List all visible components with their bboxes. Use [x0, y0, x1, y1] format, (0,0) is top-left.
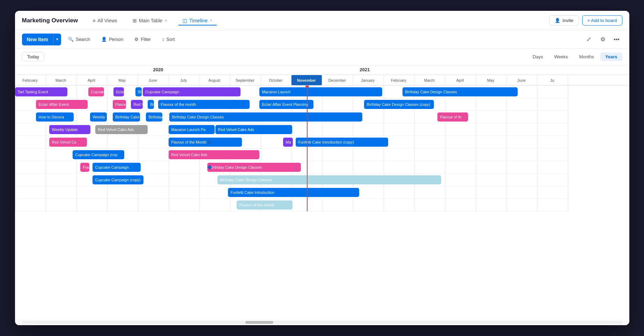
new-item-dropdown[interactable]: ▾ — [53, 34, 61, 45]
gantt-bar[interactable]: Flavour of the month — [237, 200, 293, 210]
toolbar-right-actions: ⤢ ⚙ ••• — [583, 34, 622, 45]
gantt-bar[interactable]: Funfetti Cake Introduction (copy) — [296, 138, 388, 147]
gantt-bar[interactable]: Tart Tasting Event — [15, 87, 67, 96]
month-col-january: January — [353, 75, 384, 85]
month-col-november: November — [291, 75, 322, 85]
new-item-button[interactable]: New Item — [22, 34, 53, 45]
days-view-btn[interactable]: Days — [528, 52, 548, 61]
filter-button[interactable]: ⚙ Filter — [130, 35, 155, 44]
titlebar: Marketing Overview ≡ All Views ⊞ Main Ta… — [15, 11, 629, 30]
pin-icon2: ✕ — [210, 19, 213, 22]
person-button[interactable]: 👤 Person — [97, 35, 127, 44]
gantt-bar[interactable]: Weekly — [90, 112, 107, 122]
month-col-may: May — [107, 75, 138, 85]
search-button[interactable]: 🔍 Search — [64, 35, 94, 44]
all-views-icon: ≡ — [92, 18, 95, 23]
gantt-bar[interactable]: Birthday Cake Design Classes — [169, 112, 362, 122]
more-icon[interactable]: ••• — [611, 34, 622, 45]
gantt-bar[interactable]: Eclair Affair Event Planning — [259, 100, 313, 109]
timeline-body: 20202021FebruaryMarchAprilMayJuneJulyAug… — [15, 65, 629, 325]
sort-icon: ↕ — [162, 37, 164, 42]
gantt-bar[interactable]: How to Decora — [36, 112, 74, 122]
search-icon: 🔍 — [68, 37, 74, 42]
years-view-btn[interactable]: Years — [600, 52, 622, 61]
gantt-bar[interactable]: Red Velvet Cake Ads — [95, 125, 148, 134]
gantt-bar[interactable]: Red Velvet Ca — [49, 138, 87, 147]
months-view-btn[interactable]: Months — [574, 52, 599, 61]
gantt-bar[interactable]: Flav — [80, 163, 89, 172]
gantt-bar[interactable]: Birthday Cake Design Classes — [402, 87, 518, 96]
scrollbar-track[interactable] — [22, 321, 622, 324]
month-col-april: April — [76, 75, 107, 85]
month-col-september: September — [230, 75, 261, 85]
gantt-bar[interactable]: Ma — [283, 138, 293, 147]
timeline-btn[interactable]: ◫ Timeline ✕ — [178, 16, 216, 25]
toolbar: New Item ▾ 🔍 Search 👤 Person ⚙ Filter ↕ … — [15, 30, 629, 49]
titlebar-actions: 👤 Invite + Add to board — [549, 15, 622, 25]
scrollbar-thumb[interactable] — [245, 321, 273, 324]
month-col-ju: Ju — [537, 75, 568, 85]
month-col-march: March — [414, 75, 445, 85]
gantt-bar[interactable]: Birthday Cake Design Classes (copy) — [364, 100, 434, 109]
gantt-bar[interactable]: Flavour of th — [437, 112, 468, 122]
timeline-subheader: Today Days Weeks Months Years — [15, 49, 629, 65]
person-icon2: 👤 — [101, 37, 107, 42]
gantt-bar[interactable]: Birthday Cake Design Classes — [207, 163, 301, 172]
settings-icon[interactable]: ⚙ — [597, 34, 608, 45]
gantt-bar[interactable]: Birthday Ca — [146, 112, 162, 122]
gantt-bar[interactable]: Birthday Cake Desig — [113, 112, 140, 122]
gantt-bar[interactable]: Flavour of the Month — [169, 138, 242, 147]
filter-icon: ⚙ — [134, 37, 139, 42]
gantt-bar[interactable]: Cupcake Campaign — [143, 87, 240, 96]
expand-icon[interactable]: ⤢ — [583, 34, 594, 45]
gantt-bar[interactable]: Cupcake Campaign (cop — [73, 150, 124, 159]
table-icon: ⊞ — [133, 18, 137, 23]
gantt-bar[interactable]: Cupcake — [88, 87, 104, 96]
month-col-august: August — [199, 75, 230, 85]
month-col-february: February — [384, 75, 414, 85]
today-button[interactable]: Today — [22, 52, 45, 61]
gantt-bar[interactable]: Birthday Cake Design Classes — [217, 175, 441, 184]
gantt-bar[interactable]: Red Vo — [131, 100, 143, 109]
gantt-bar[interactable]: Red Velvet Cake Ads — [169, 150, 259, 159]
app-window: Marketing Overview ≡ All Views ⊞ Main Ta… — [15, 11, 629, 325]
gantt-bar[interactable]: Red Velvet Cake Ads — [215, 125, 292, 134]
year-2021-label: 2021 — [360, 67, 370, 72]
timeline-container: Today Days Weeks Months Years 20202021Fe… — [15, 49, 629, 325]
month-col-june: June — [506, 75, 537, 85]
timeline-icon: ◫ — [183, 18, 187, 23]
gantt-bar[interactable]: Bi — [148, 100, 154, 109]
gantt-bar[interactable]: Weekly Update — [49, 125, 90, 134]
app-title: Marketing Overview — [22, 17, 78, 24]
add-board-button[interactable]: + Add to board — [582, 15, 622, 25]
new-item-group: New Item ▾ — [22, 34, 61, 45]
person-icon: 👤 — [555, 18, 560, 23]
gantt-bar[interactable]: Funfetti Cake Introduction — [228, 188, 359, 197]
gantt-bar[interactable]: Flavour of the month — [158, 100, 250, 109]
month-col-july: July — [169, 75, 199, 85]
month-col-march: March — [46, 75, 76, 85]
gantt-bar[interactable]: Eclair — [113, 87, 124, 96]
gantt-rows-area: Tart Tasting EventCupcakeEclairBiCupcake… — [15, 86, 629, 320]
month-col-october: October — [261, 75, 291, 85]
month-col-may: May — [476, 75, 506, 85]
invite-button[interactable]: 👤 Invite — [549, 15, 578, 25]
gantt-bar[interactable]: Eclair Affair Event — [36, 100, 88, 109]
time-view-selector: Days Weeks Months Years — [528, 52, 622, 61]
gantt-bar[interactable]: Macaron Launch — [259, 87, 382, 96]
gantt-bar[interactable]: Cupcake Campaign (copy) — [92, 175, 143, 184]
gantt-bar[interactable]: Cupcake Campaign — [92, 163, 141, 172]
gantt-bar[interactable]: Flavour — [113, 100, 126, 109]
all-views-btn[interactable]: ≡ All Views — [88, 16, 121, 25]
month-col-april: April — [445, 75, 476, 85]
gantt-bar[interactable]: Macaron Launch Pa — [169, 125, 215, 134]
month-col-february: February — [15, 75, 46, 85]
pin-icon: ✕ — [164, 19, 167, 22]
weeks-view-btn[interactable]: Weeks — [549, 52, 573, 61]
sort-button[interactable]: ↕ Sort — [158, 35, 179, 44]
month-col-june: June — [138, 75, 169, 85]
month-col-december: December — [322, 75, 353, 85]
year-2020-label: 2020 — [153, 67, 163, 72]
gantt-bar[interactable]: Bi — [135, 87, 142, 96]
main-table-btn[interactable]: ⊞ Main Table ✕ — [128, 16, 171, 25]
